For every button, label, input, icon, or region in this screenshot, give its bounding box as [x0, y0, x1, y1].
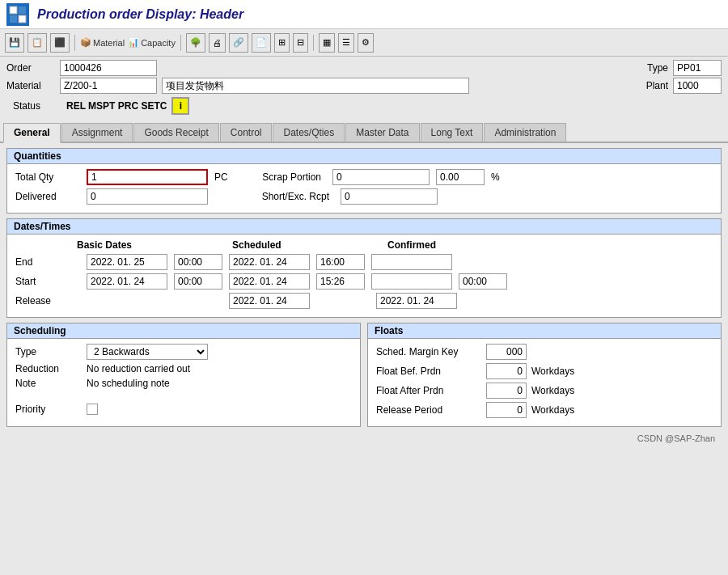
release-period-label: Release Period [376, 404, 481, 416]
tab-long-text[interactable]: Long Text [421, 123, 484, 142]
delivered-input[interactable] [87, 188, 208, 205]
print-icon: 🖨 [213, 38, 222, 48]
print-button[interactable]: 🖨 [209, 33, 226, 53]
list-button[interactable]: ☰ [338, 33, 354, 53]
tabs-bar: General Assignment Goods Receipt Control… [0, 120, 728, 143]
svg-rect-1 [19, 6, 26, 14]
main-content: Quantities Total Qty PC Scrap Portion % … [0, 143, 728, 450]
scrap-pct-input[interactable] [436, 169, 485, 185]
status-badge: REL MSPT PRC SETC [66, 100, 167, 112]
svg-rect-3 [19, 15, 26, 23]
sched-note-label: Note [15, 378, 80, 389]
total-qty-label: Total Qty [15, 171, 80, 183]
shortcut-icon: ⬛ [54, 37, 66, 48]
table-icon: 📄 [256, 37, 267, 48]
start-conf-date[interactable] [371, 273, 452, 290]
capacity-toolbar-item[interactable]: 📊 Capacity [128, 37, 176, 48]
release-period-input[interactable] [486, 402, 527, 418]
short-exc-input[interactable] [341, 188, 438, 205]
end-sched-time[interactable] [316, 254, 365, 270]
plant-group: Plant [646, 78, 722, 94]
col-confirmed-header: Confirmed [387, 239, 436, 251]
release-conf-date[interactable] [376, 293, 457, 309]
page-title: Production order Display: Header [37, 7, 243, 22]
material-icon: 📦 [80, 37, 91, 48]
sched-reduction-row: Reduction No reduction carried out [15, 363, 352, 374]
tab-control[interactable]: Control [220, 123, 273, 142]
release-period-unit: Workdays [531, 404, 574, 416]
total-qty-input[interactable] [87, 169, 208, 185]
info-icon-button[interactable]: i [171, 97, 189, 115]
start-sched-date[interactable] [229, 273, 310, 290]
clipboard-button[interactable]: 📋 [28, 33, 47, 53]
material-input[interactable] [60, 78, 157, 94]
order-input[interactable] [60, 60, 157, 76]
float-aft-input[interactable] [486, 383, 527, 399]
material-desc-input[interactable] [162, 78, 469, 94]
quantities-body: Total Qty PC Scrap Portion % Delivered S… [7, 164, 721, 213]
end-basic-date[interactable] [87, 254, 167, 270]
svg-rect-0 [10, 6, 17, 14]
start-basic-time[interactable] [174, 273, 222, 290]
material-toolbar-item[interactable]: 📦 Material [80, 37, 125, 48]
shortcut-button[interactable]: ⬛ [50, 33, 70, 53]
quantities-header: Quantities [7, 149, 721, 164]
sched-priority-label: Priority [15, 404, 80, 415]
tree-button[interactable]: 🌳 [186, 33, 205, 53]
start-row: Start [15, 273, 713, 290]
table2-button[interactable]: ▦ [319, 33, 335, 53]
plant-input[interactable] [673, 78, 722, 94]
float-aft-row: Float After Prdn Workdays [376, 383, 713, 399]
scheduling-body: Type 2 Backwards Reduction No reduction … [7, 339, 360, 423]
start-sched-time[interactable] [316, 273, 365, 290]
table-button[interactable]: 📄 [252, 33, 271, 53]
tab-master-data[interactable]: Master Data [345, 123, 419, 142]
end-basic-time[interactable] [174, 254, 222, 270]
end-label: End [15, 256, 80, 268]
save-icon: 💾 [9, 37, 20, 48]
margin-key-row: Sched. Margin Key [376, 344, 713, 360]
scrap-portion-input[interactable] [332, 169, 430, 185]
title-bar: Production order Display: Header [0, 0, 728, 29]
network-button[interactable]: 🔗 [229, 33, 248, 53]
end-sched-date[interactable] [229, 254, 310, 270]
sched-type-row: Type 2 Backwards [15, 344, 352, 360]
total-qty-row: Total Qty PC Scrap Portion % [15, 169, 713, 185]
dates-times-section: Dates/Times Basic Dates Scheduled Confir… [6, 218, 722, 318]
order-row: Order Type [6, 60, 722, 76]
tab-dates-qties[interactable]: Dates/Qties [273, 123, 345, 142]
end-conf-date[interactable] [371, 254, 452, 270]
col-basic-header: Basic Dates [77, 239, 232, 251]
margin-key-input[interactable] [486, 344, 527, 360]
type-input[interactable] [673, 60, 722, 76]
save-button[interactable]: 💾 [5, 33, 24, 53]
separator-2 [180, 35, 181, 51]
float-bef-input[interactable] [486, 363, 527, 379]
tree-icon: 🌳 [190, 37, 201, 48]
tab-assignment[interactable]: Assignment [61, 123, 133, 142]
scrap-pct-unit: % [491, 171, 507, 183]
material-label: Material [6, 80, 55, 91]
separator-1 [74, 35, 75, 51]
app-logo [6, 3, 29, 26]
start-basic-date[interactable] [87, 273, 167, 290]
dates-times-body: Basic Dates Scheduled Confirmed End Star… [7, 235, 721, 317]
sched-priority-row: Priority [15, 404, 352, 415]
tab-goods-receipt[interactable]: Goods Receipt [133, 123, 218, 142]
tab-administration[interactable]: Administration [484, 123, 566, 142]
tab-general[interactable]: General [3, 123, 61, 143]
float-bef-unit: Workdays [531, 366, 574, 377]
columns-button[interactable]: ⊟ [293, 33, 308, 53]
sched-note-value: No scheduling note [87, 378, 170, 389]
float-aft-unit: Workdays [531, 385, 574, 396]
grid-button[interactable]: ⊞ [274, 33, 290, 53]
separator-3 [313, 35, 314, 51]
float-bef-label: Float Bef. Prdn [376, 366, 481, 377]
release-sched-date[interactable] [229, 293, 310, 309]
total-qty-unit: PC [214, 171, 231, 183]
priority-checkbox[interactable] [87, 404, 98, 415]
settings-button[interactable]: ⚙ [358, 33, 374, 53]
start-conf-time[interactable] [459, 273, 507, 290]
sched-type-select[interactable]: 2 Backwards [87, 344, 208, 360]
col-scheduled-header: Scheduled [232, 239, 387, 251]
